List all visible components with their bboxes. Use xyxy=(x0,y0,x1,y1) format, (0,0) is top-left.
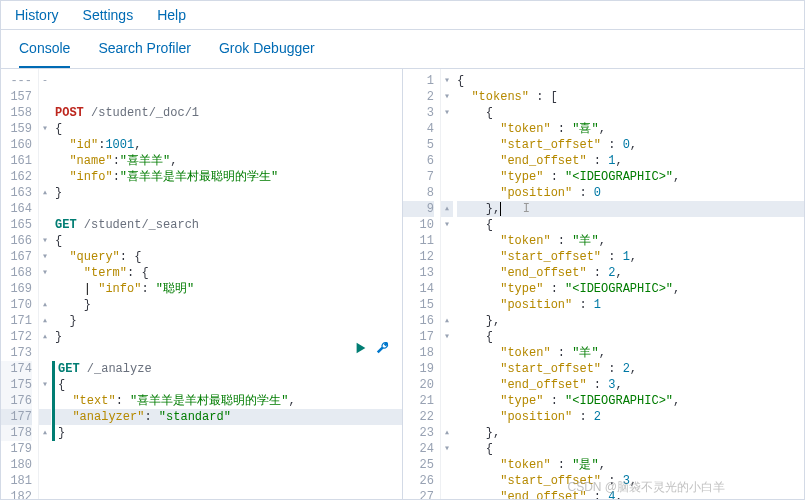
menu-settings[interactable]: Settings xyxy=(83,7,134,23)
watermark: CSDN @脑袋不灵光的小白羊 xyxy=(567,479,725,496)
editor-split: ---1571581591601611621631641651661671681… xyxy=(1,69,804,499)
tab-console[interactable]: Console xyxy=(19,40,70,68)
right-fold-gutter[interactable]: ▾▾▾▴▾▴▾▴▾ xyxy=(441,69,453,499)
response-viewer[interactable]: 1234567891011121314151617181920212223242… xyxy=(403,69,804,499)
tabs: Console Search Profiler Grok Debugger xyxy=(1,30,804,69)
wrench-icon[interactable] xyxy=(376,341,390,359)
menu-help[interactable]: Help xyxy=(157,7,186,23)
top-menu: History Settings Help xyxy=(1,1,804,30)
left-fold-gutter[interactable]: -▾▴▾▾▾▴▴▴▾▴ xyxy=(39,69,51,499)
response-code[interactable]: { "tokens" : [ { "token" : "喜", "start_o… xyxy=(453,69,804,499)
tab-search-profiler[interactable]: Search Profiler xyxy=(98,40,191,68)
request-code[interactable]: POST /student/_doc/1{ "id":1001, "name":… xyxy=(51,69,402,499)
request-editor[interactable]: ---1571581591601611621631641651661671681… xyxy=(1,69,403,499)
right-line-gutter: 1234567891011121314151617181920212223242… xyxy=(403,69,441,499)
menu-history[interactable]: History xyxy=(15,7,59,23)
request-actions xyxy=(354,341,390,359)
tab-grok-debugger[interactable]: Grok Debugger xyxy=(219,40,315,68)
left-line-gutter: ---1571581591601611621631641651661671681… xyxy=(1,69,39,499)
send-request-icon[interactable] xyxy=(354,341,368,359)
